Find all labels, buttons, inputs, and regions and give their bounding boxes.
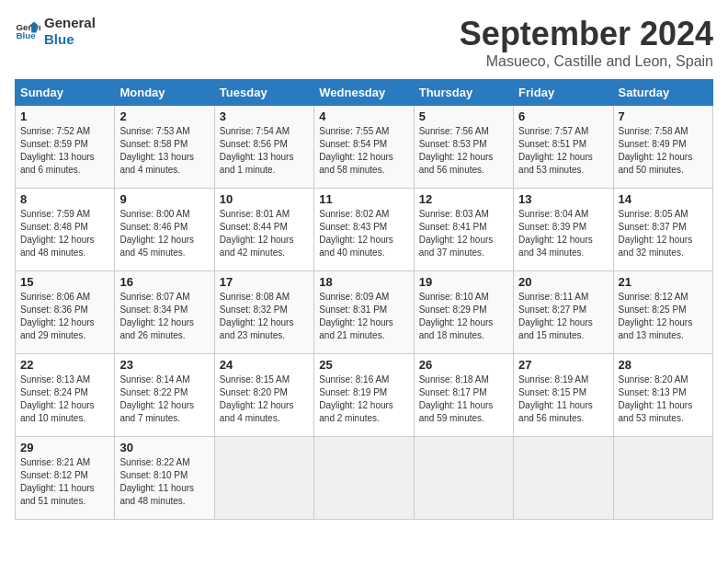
day-number: 24	[220, 358, 309, 372]
calendar-cell: 18Sunrise: 8:09 AM Sunset: 8:31 PM Dayli…	[314, 271, 414, 354]
day-info: Sunrise: 8:15 AM Sunset: 8:20 PM Dayligh…	[220, 373, 309, 425]
day-info: Sunrise: 8:10 AM Sunset: 8:29 PM Dayligh…	[419, 291, 508, 342]
day-number: 25	[319, 358, 408, 372]
header-friday: Friday	[514, 80, 613, 106]
day-info: Sunrise: 8:19 AM Sunset: 8:15 PM Dayligh…	[518, 373, 608, 425]
day-number: 10	[220, 192, 309, 206]
day-number: 2	[119, 109, 209, 123]
logo-icon: General Blue	[15, 18, 40, 44]
calendar-cell: 7Sunrise: 7:58 AM Sunset: 8:49 PM Daylig…	[613, 106, 712, 189]
calendar-cell	[514, 437, 613, 520]
calendar-cell: 28Sunrise: 8:20 AM Sunset: 8:13 PM Dayli…	[613, 354, 712, 437]
calendar-cell: 5Sunrise: 7:56 AM Sunset: 8:53 PM Daylig…	[414, 106, 513, 189]
day-number: 29	[20, 441, 109, 454]
day-number: 19	[419, 275, 508, 289]
calendar-cell: 10Sunrise: 8:01 AM Sunset: 8:44 PM Dayli…	[214, 189, 313, 271]
day-number: 9	[119, 192, 209, 206]
calendar-week-0: 1Sunrise: 7:52 AM Sunset: 8:59 PM Daylig…	[16, 106, 713, 189]
day-number: 27	[518, 358, 608, 372]
logo-text-general: General	[44, 15, 96, 31]
day-number: 8	[20, 192, 109, 206]
day-number: 7	[619, 109, 708, 123]
day-info: Sunrise: 8:11 AM Sunset: 8:27 PM Dayligh…	[518, 291, 608, 342]
day-info: Sunrise: 8:21 AM Sunset: 8:12 PM Dayligh…	[20, 456, 109, 508]
day-info: Sunrise: 7:57 AM Sunset: 8:51 PM Dayligh…	[518, 125, 608, 177]
calendar-cell: 6Sunrise: 7:57 AM Sunset: 8:51 PM Daylig…	[514, 106, 613, 189]
day-info: Sunrise: 7:59 AM Sunset: 8:48 PM Dayligh…	[20, 208, 109, 259]
day-info: Sunrise: 8:20 AM Sunset: 8:13 PM Dayligh…	[619, 373, 708, 425]
day-info: Sunrise: 8:04 AM Sunset: 8:39 PM Dayligh…	[518, 208, 608, 259]
calendar-cell	[214, 437, 313, 520]
calendar-cell: 15Sunrise: 8:06 AM Sunset: 8:36 PM Dayli…	[16, 271, 115, 354]
month-title: September 2024	[460, 15, 713, 53]
day-number: 20	[518, 275, 608, 289]
location-title: Masueco, Castille and Leon, Spain	[460, 53, 713, 70]
day-info: Sunrise: 8:16 AM Sunset: 8:19 PM Dayligh…	[319, 373, 408, 425]
title-area: September 2024 Masueco, Castille and Leo…	[460, 15, 713, 70]
header-row: SundayMondayTuesdayWednesdayThursdayFrid…	[16, 80, 713, 106]
day-number: 3	[220, 109, 309, 123]
day-number: 11	[319, 192, 408, 206]
calendar-cell: 9Sunrise: 8:00 AM Sunset: 8:46 PM Daylig…	[115, 189, 214, 271]
day-info: Sunrise: 8:13 AM Sunset: 8:24 PM Dayligh…	[20, 373, 109, 425]
page-header: General Blue General Blue September 2024…	[15, 15, 713, 70]
day-number: 22	[20, 358, 109, 372]
calendar-week-3: 22Sunrise: 8:13 AM Sunset: 8:24 PM Dayli…	[16, 354, 713, 437]
day-number: 12	[419, 192, 508, 206]
header-monday: Monday	[115, 80, 214, 106]
day-number: 4	[319, 109, 408, 123]
day-number: 30	[119, 441, 209, 454]
day-info: Sunrise: 8:01 AM Sunset: 8:44 PM Dayligh…	[220, 208, 309, 259]
calendar-cell: 13Sunrise: 8:04 AM Sunset: 8:39 PM Dayli…	[514, 189, 613, 271]
day-number: 14	[619, 192, 708, 206]
day-info: Sunrise: 8:05 AM Sunset: 8:37 PM Dayligh…	[619, 208, 708, 259]
day-number: 1	[20, 109, 109, 123]
calendar-cell: 24Sunrise: 8:15 AM Sunset: 8:20 PM Dayli…	[214, 354, 313, 437]
day-info: Sunrise: 7:54 AM Sunset: 8:56 PM Dayligh…	[220, 125, 309, 177]
calendar-cell: 14Sunrise: 8:05 AM Sunset: 8:37 PM Dayli…	[613, 189, 712, 271]
calendar-cell: 26Sunrise: 8:18 AM Sunset: 8:17 PM Dayli…	[414, 354, 513, 437]
calendar-cell: 2Sunrise: 7:53 AM Sunset: 8:58 PM Daylig…	[115, 106, 214, 189]
day-info: Sunrise: 7:56 AM Sunset: 8:53 PM Dayligh…	[419, 125, 508, 177]
calendar-cell: 30Sunrise: 8:22 AM Sunset: 8:10 PM Dayli…	[115, 437, 214, 520]
day-info: Sunrise: 7:58 AM Sunset: 8:49 PM Dayligh…	[619, 125, 708, 177]
calendar-cell: 19Sunrise: 8:10 AM Sunset: 8:29 PM Dayli…	[414, 271, 513, 354]
day-info: Sunrise: 8:18 AM Sunset: 8:17 PM Dayligh…	[419, 373, 508, 425]
day-number: 23	[119, 358, 209, 372]
calendar-cell: 23Sunrise: 8:14 AM Sunset: 8:22 PM Dayli…	[115, 354, 214, 437]
calendar-week-4: 29Sunrise: 8:21 AM Sunset: 8:12 PM Dayli…	[16, 437, 713, 520]
calendar-cell: 4Sunrise: 7:55 AM Sunset: 8:54 PM Daylig…	[314, 106, 414, 189]
calendar-cell: 17Sunrise: 8:08 AM Sunset: 8:32 PM Dayli…	[214, 271, 313, 354]
logo: General Blue General Blue	[15, 15, 96, 48]
header-tuesday: Tuesday	[214, 80, 313, 106]
day-number: 18	[319, 275, 408, 289]
day-number: 17	[220, 275, 309, 289]
header-thursday: Thursday	[414, 80, 513, 106]
day-number: 15	[20, 275, 109, 289]
day-info: Sunrise: 8:03 AM Sunset: 8:41 PM Dayligh…	[419, 208, 508, 259]
logo-text-blue: Blue	[44, 31, 96, 48]
day-info: Sunrise: 8:12 AM Sunset: 8:25 PM Dayligh…	[619, 291, 708, 342]
calendar-cell: 11Sunrise: 8:02 AM Sunset: 8:43 PM Dayli…	[314, 189, 414, 271]
calendar-cell: 27Sunrise: 8:19 AM Sunset: 8:15 PM Dayli…	[514, 354, 613, 437]
day-number: 21	[619, 275, 708, 289]
day-info: Sunrise: 8:09 AM Sunset: 8:31 PM Dayligh…	[319, 291, 408, 342]
header-saturday: Saturday	[613, 80, 712, 106]
calendar-cell: 22Sunrise: 8:13 AM Sunset: 8:24 PM Dayli…	[16, 354, 115, 437]
day-number: 5	[419, 109, 508, 123]
header-sunday: Sunday	[16, 80, 115, 106]
calendar-week-2: 15Sunrise: 8:06 AM Sunset: 8:36 PM Dayli…	[16, 271, 713, 354]
day-number: 6	[518, 109, 608, 123]
day-number: 26	[419, 358, 508, 372]
day-info: Sunrise: 8:07 AM Sunset: 8:34 PM Dayligh…	[119, 291, 209, 342]
day-info: Sunrise: 8:14 AM Sunset: 8:22 PM Dayligh…	[119, 373, 209, 425]
day-info: Sunrise: 7:53 AM Sunset: 8:58 PM Dayligh…	[119, 125, 209, 177]
day-info: Sunrise: 8:02 AM Sunset: 8:43 PM Dayligh…	[319, 208, 408, 259]
day-info: Sunrise: 7:55 AM Sunset: 8:54 PM Dayligh…	[319, 125, 408, 177]
day-number: 13	[518, 192, 608, 206]
calendar-week-1: 8Sunrise: 7:59 AM Sunset: 8:48 PM Daylig…	[16, 189, 713, 271]
day-info: Sunrise: 8:08 AM Sunset: 8:32 PM Dayligh…	[220, 291, 309, 342]
calendar-cell: 8Sunrise: 7:59 AM Sunset: 8:48 PM Daylig…	[16, 189, 115, 271]
calendar-cell: 21Sunrise: 8:12 AM Sunset: 8:25 PM Dayli…	[613, 271, 712, 354]
calendar-cell	[414, 437, 513, 520]
